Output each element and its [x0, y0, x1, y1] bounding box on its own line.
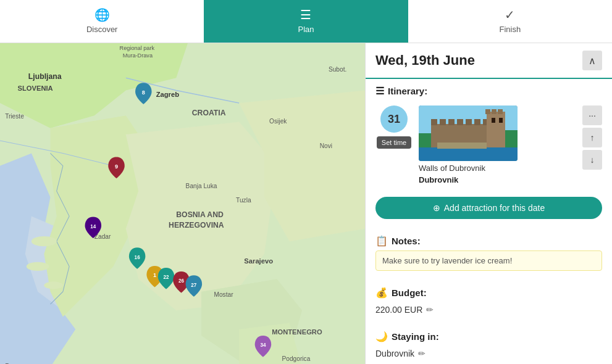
staying-edit-icon[interactable]: ✏	[418, 349, 425, 358]
nav-plan[interactable]: ☰ Plan	[204, 0, 408, 43]
add-attraction-button[interactable]: ⊕ Add attraction for this date	[375, 197, 602, 219]
notes-header: 📋 Notes:	[366, 229, 612, 250]
svg-rect-39	[440, 119, 446, 125]
svg-rect-48	[492, 109, 497, 114]
svg-text:Subot.: Subot.	[329, 66, 346, 73]
svg-text:8: 8	[142, 89, 145, 96]
budget-content: 220.00 EUR ✏	[366, 302, 612, 320]
svg-rect-53	[419, 133, 431, 147]
staying-content: Dubrovnik ✏	[366, 346, 612, 364]
date-header: Wed, 19th June ∧	[366, 43, 612, 79]
itinerary-icon: ☰	[375, 85, 384, 97]
svg-text:Ljubljana: Ljubljana	[28, 72, 62, 81]
ellipsis-icon: ···	[589, 110, 596, 120]
svg-text:Osijek: Osijek	[269, 118, 287, 125]
nav-discover[interactable]: 🌐 Discover	[0, 0, 204, 43]
svg-text:1: 1	[153, 272, 156, 278]
svg-rect-38	[431, 119, 437, 125]
svg-text:9: 9	[115, 163, 118, 170]
finish-icon: ✓	[505, 7, 515, 22]
svg-text:MONTENEGRO: MONTENEGRO	[272, 328, 322, 336]
svg-rect-47	[485, 109, 490, 114]
svg-text:Zagreb: Zagreb	[156, 91, 179, 98]
right-panel: Wed, 19th June ∧ ☰ Itinerary: 31 Set tim…	[365, 43, 612, 364]
svg-text:27: 27	[191, 283, 197, 288]
svg-point-3	[44, 281, 63, 289]
svg-rect-41	[457, 119, 463, 125]
svg-text:26: 26	[178, 278, 185, 284]
set-time-button[interactable]: Set time	[377, 136, 411, 149]
svg-text:22: 22	[163, 275, 169, 280]
staying-icon: 🌙	[375, 331, 388, 342]
budget-edit-icon[interactable]: ✏	[426, 305, 434, 315]
collapse-button[interactable]: ∧	[582, 51, 602, 70]
svg-rect-46	[487, 112, 505, 147]
svg-rect-42	[466, 119, 472, 125]
item-number-badge: 31	[380, 105, 408, 133]
svg-point-2	[27, 262, 49, 271]
svg-text:Novi: Novi	[320, 143, 332, 149]
svg-point-1	[31, 236, 57, 246]
arrow-up-icon: ↑	[590, 133, 595, 143]
svg-text:BOSNIA AND: BOSNIA AND	[176, 210, 224, 219]
svg-rect-40	[448, 119, 455, 125]
itinerary-item: 31 Set time	[366, 101, 612, 189]
svg-text:Trieste: Trieste	[5, 113, 24, 120]
svg-text:Banja Luka: Banja Luka	[186, 183, 217, 189]
staying-header: 🌙 Staying in:	[366, 325, 612, 346]
more-options-button[interactable]: ···	[582, 105, 602, 125]
budget-header: 💰 Budget:	[366, 281, 612, 302]
svg-rect-52	[437, 143, 487, 149]
svg-text:HERZEGOVINA: HERZEGOVINA	[169, 221, 224, 230]
top-nav: 🌐 Discover ☰ Plan ✓ Finish	[0, 0, 612, 43]
move-down-button[interactable]: ↓	[582, 150, 602, 170]
svg-rect-43	[474, 119, 480, 125]
collapse-icon: ∧	[589, 55, 596, 67]
svg-text:Regional park: Regional park	[120, 45, 155, 51]
nav-finish[interactable]: ✓ Finish	[408, 0, 612, 43]
discover-icon: 🌐	[94, 7, 110, 22]
budget-icon: 💰	[375, 287, 388, 299]
move-up-button[interactable]: ↑	[582, 128, 602, 147]
svg-text:Mura-Drava: Mura-Drava	[123, 52, 153, 59]
item-actions-col: ··· ↑ ↓	[582, 105, 602, 184]
add-icon: ⊕	[433, 203, 440, 213]
main-content: Ljubljana SLOVENIA Trieste Zagreb CROATI…	[0, 43, 612, 364]
plan-icon: ☰	[300, 7, 311, 22]
svg-text:34: 34	[260, 342, 266, 348]
itinerary-header: ☰ Itinerary:	[366, 79, 612, 101]
attraction-image	[419, 105, 518, 161]
item-number-col: 31 Set time	[375, 105, 413, 184]
date-title: Wed, 19th June	[375, 52, 475, 68]
staying-value: Dubrovnik	[375, 349, 414, 358]
svg-text:SLOVENIA: SLOVENIA	[18, 85, 53, 92]
svg-text:Mostar: Mostar	[214, 291, 233, 298]
attraction-name: Walls of Dubrovnik	[419, 163, 576, 173]
attraction-location: Dubrovnik	[419, 175, 576, 184]
item-image-col: Walls of Dubrovnik Dubrovnik	[419, 105, 576, 184]
svg-rect-51	[499, 118, 503, 123]
svg-text:CROATIA: CROATIA	[192, 109, 226, 117]
svg-text:Tuzla: Tuzla	[236, 197, 251, 204]
arrow-down-icon: ↓	[590, 155, 595, 165]
map-area[interactable]: Ljubljana SLOVENIA Trieste Zagreb CROATI…	[0, 43, 365, 364]
svg-text:16: 16	[135, 255, 141, 260]
svg-rect-49	[498, 109, 503, 114]
budget-value: 220.00 EUR	[375, 305, 422, 315]
svg-text:Podgorica: Podgorica	[282, 355, 310, 362]
svg-rect-50	[492, 118, 495, 123]
notes-content: Make sure to try lavender ice cream!	[375, 250, 602, 271]
svg-text:14: 14	[90, 224, 96, 230]
attraction-image-svg	[419, 105, 518, 161]
notes-icon: 📋	[375, 235, 388, 247]
svg-rect-54	[505, 130, 518, 147]
map-svg: Ljubljana SLOVENIA Trieste Zagreb CROATI…	[0, 43, 365, 364]
svg-text:Sarajevo: Sarajevo	[244, 257, 273, 265]
